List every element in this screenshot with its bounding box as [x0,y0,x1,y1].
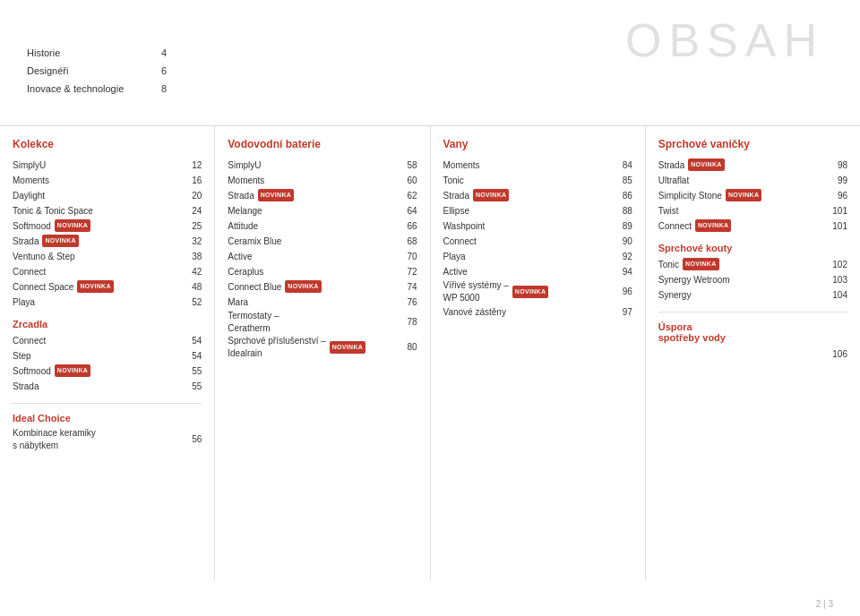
page: OBSAH Historie4Designéři6Inovace & techn… [0,0,860,616]
top-item-page: 4 [161,45,167,63]
item-text: Ellipse [443,203,469,218]
item-label: Vanové zástěny [443,304,615,320]
item-page: 52 [184,295,202,310]
item-label: SimplyU [228,158,399,173]
item-text: Twist [658,203,679,218]
top-item-page: 8 [161,81,167,98]
item-text: Step [13,348,31,364]
list-item: Washpoint89 [443,218,632,234]
novinka-badge: NOVINKA [330,341,366,354]
item-page: 94 [615,264,632,279]
item-text: Strada [13,379,39,394]
item-text: Active [228,249,252,264]
item-label: Moments [13,173,184,188]
item-label: Connect SpaceNOVINKA [13,279,184,295]
item-page: 62 [400,188,417,203]
extra-label: Kombinace keramikys nábytkem [13,427,184,452]
item-text: Connect [443,234,477,249]
list-item: Connect BlueNOVINKA74 [228,279,417,295]
list-item: StradaNOVINKA98 [658,158,847,173]
item-label: Daylight [13,188,184,203]
item-label: SoftmoodNOVINKA [13,364,184,379]
column-sprchove: Sprchové vaničkyStradaNOVINKA98Ultraflat… [646,126,860,580]
item-text: Connect [13,333,46,348]
item-label: ConnectNOVINKA [658,218,830,234]
column-kolekce: KolekceSimplyU12Moments16Daylight20Tonic… [0,126,215,580]
main-grid: KolekceSimplyU12Moments16Daylight20Tonic… [0,125,860,580]
list-item: SimplyU12 [13,158,202,173]
list-item: Tonic & Tonic Space24 [13,203,202,218]
item-text: Active [443,264,468,279]
item-page: 42 [184,264,202,279]
item-text: Mara [228,295,248,310]
novinka-badge: NOVINKA [512,286,548,298]
item-text: Connect [13,264,46,279]
item-page: 58 [400,158,417,173]
novinka-badge: NOVINKA [77,280,113,293]
item-page: 80 [400,339,417,355]
list-item: Active70 [228,249,417,264]
item-page: 68 [400,234,417,249]
list-item: Attitude66 [228,218,417,234]
item-label: Ultraflat [658,173,830,188]
item-page: 98 [830,158,847,173]
item-page: 86 [615,188,632,203]
item-page: 92 [615,249,632,264]
list-item: Moments60 [228,173,417,188]
list-item: Vanové zástěny97 [443,304,632,320]
item-text: Simplicity Stone [658,188,722,203]
item-page: 84 [615,158,632,173]
list-item: Sprchové příslušenství –IdealrainNOVINKA… [228,335,417,360]
col-title: Sprchové vaničky [658,137,847,152]
item-page: 54 [184,333,202,348]
list-item: Active94 [443,264,632,279]
novinka-badge: NOVINKA [473,189,509,201]
item-page: 72 [400,264,417,279]
list-item: StradaNOVINKA32 [13,234,202,249]
item-text: Softmood [13,364,51,379]
item-label: Washpoint [443,218,615,234]
item-text: Ceraplus [228,264,263,279]
item-text: Strada [13,234,39,249]
top-item: Historie4 [27,45,167,63]
item-page: 20 [184,188,202,203]
item-label: Melange [228,203,399,218]
item-label: Synergy Wetroom [658,272,830,287]
item-page: 76 [400,295,417,310]
list-item: Ceraplus72 [228,264,417,279]
top-item-page: 6 [161,63,167,81]
item-label: Connect [443,234,615,249]
item-text: Moments [443,158,480,173]
item-page: 97 [615,304,632,320]
extra-page: 56 [184,432,202,447]
list-item: Moments16 [13,173,202,188]
col-title: Vany [443,137,632,152]
list-item: Vířivé systémy –WP 5000NOVINKA96 [443,279,632,304]
top-item: Designéři6 [27,63,167,81]
item-label: Connect [13,333,184,348]
item-text: Moments [13,173,49,188]
item-label: Playa [443,249,615,264]
item-text: Synergy Wetroom [658,272,730,287]
item-label: StradaNOVINKA [13,234,184,249]
item-text: Connect [658,218,692,234]
item-label: Tonic [443,173,615,188]
list-item: Simplicity StoneNOVINKA96 [658,188,847,203]
extra-item: 106 [658,346,847,362]
item-text: Vířivé systémy –WP 5000 [443,279,509,304]
item-page: 102 [830,257,847,272]
list-item: Melange64 [228,203,417,218]
list-item: Ultraflat99 [658,173,847,188]
column-vodovodní: Vodovodní baterieSimplyU58Moments60Strad… [215,126,430,580]
extra-section: Úsporaspotřeby vody106 [658,312,847,362]
item-text: Melange [228,203,262,218]
item-text: Washpoint [443,218,486,234]
list-item: Connect90 [443,234,632,249]
section-subtitle: Zrcadla [13,319,202,329]
page-number: 2 | 3 [816,599,833,609]
novinka-badge: NOVINKA [55,364,90,377]
item-text: Synergy [658,287,692,303]
novinka-badge: NOVINKA [42,235,78,247]
item-text: Daylight [13,188,45,203]
item-label: Moments [228,173,399,188]
